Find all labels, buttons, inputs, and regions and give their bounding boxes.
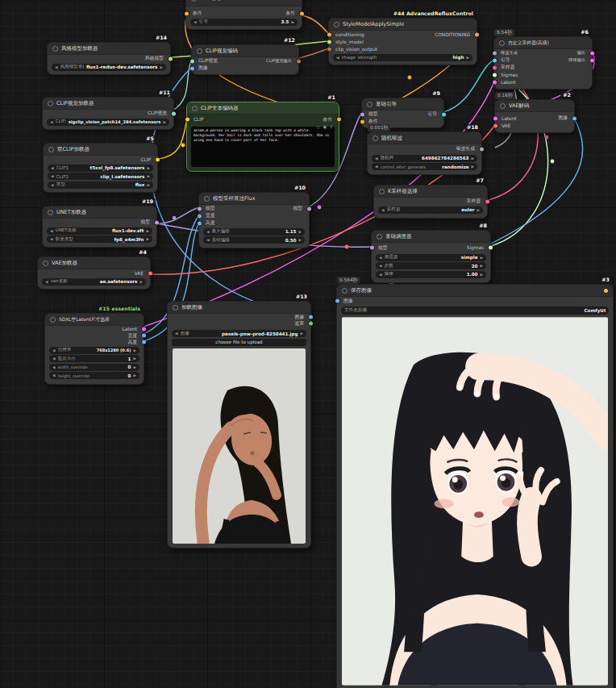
prev-arrow[interactable]: ◀	[379, 256, 382, 260]
node-clip-text-encoder[interactable]: #1 CLIP文本编码器 CLIP 条件 ◻ ▣ ⇕ anime,A perso…	[186, 102, 339, 172]
output-port-noise[interactable]	[480, 147, 484, 151]
decrement-arrow[interactable]: ◀	[379, 273, 382, 277]
collapse-icon[interactable]	[191, 0, 197, 2]
output-port-latent[interactable]	[590, 51, 594, 55]
node-header[interactable]: 基础引导	[362, 98, 443, 110]
node-clip-vision-loader[interactable]: #11 CLIP视觉加载器 CLIP视觉 ◀ CLIP名称 sigclip_vi…	[42, 97, 174, 130]
prev-arrow[interactable]: ◀	[336, 56, 339, 60]
node-style-model-loader[interactable]: #14 风格模型加载器 风格模型 ◀ 风格模型名称 flux1-redux-de…	[47, 42, 171, 75]
output-port-mask[interactable]	[309, 322, 313, 326]
input-port-width[interactable]	[198, 214, 202, 218]
prev-arrow[interactable]: ◀	[55, 65, 58, 69]
node-header[interactable]: 模型采样算法Flux	[199, 193, 309, 205]
next-arrow[interactable]: ▶	[477, 208, 480, 212]
next-arrow[interactable]: ▶	[146, 237, 149, 241]
prev-arrow[interactable]: ◀	[52, 365, 56, 369]
prompt-textarea[interactable]: anime,A person is wearing a black tank t…	[191, 127, 335, 167]
collapse-icon[interactable]	[342, 288, 348, 294]
collapse-icon[interactable]	[50, 317, 56, 323]
node-basic-scheduler[interactable]: #8 基础调度器 模型 Sigmas ◀ 调度器 simple ▶ ◀ 步数 2…	[371, 230, 491, 283]
widget-vae-name[interactable]: ◀ vae名称 ae.safetensors ▶	[42, 278, 146, 286]
increment-arrow[interactable]: ▶	[480, 273, 483, 277]
node-vae-decode[interactable]: 0.16秒 #2 VAE解码 Latent 图像 VAE	[494, 99, 575, 133]
node-header[interactable]: CLIP文本编码器	[187, 102, 339, 115]
widget-batch-size[interactable]: ◀ 批次大小 1 ▶	[49, 355, 139, 362]
collapse-icon[interactable]	[48, 147, 54, 152]
node-flux-guidance[interactable]: Flux引导 条件 条件 ◀ 引导 3.5 ▶	[185, 0, 302, 30]
next-arrow[interactable]: ▶	[471, 156, 474, 161]
node-header[interactable]: 风格模型加载器	[48, 43, 170, 55]
input-port-model[interactable]	[370, 246, 374, 250]
widget-resolution[interactable]: ◀ 分辨率 768x1280 (0.6) ▶	[49, 347, 139, 354]
next-arrow[interactable]: ▶	[147, 166, 150, 170]
node-header[interactable]: CLIP视觉加载器	[43, 98, 173, 110]
collapse-icon[interactable]	[367, 102, 373, 107]
output-port-model[interactable]	[155, 220, 159, 224]
output-port-guider[interactable]	[442, 112, 446, 116]
input-port-guider[interactable]	[493, 58, 497, 62]
input-port-vae[interactable]	[493, 123, 497, 127]
input-port-sampler[interactable]	[493, 65, 497, 69]
collapse-icon[interactable]	[197, 48, 202, 54]
prev-arrow[interactable]: ◀	[50, 229, 53, 233]
collapse-icon[interactable]	[379, 189, 385, 194]
node-load-image[interactable]: #13 加载图像 图像 遮罩 ◀ 图像 pexels-pnw-prod-8250…	[167, 301, 311, 548]
output-port-clip[interactable]	[156, 157, 160, 161]
prev-arrow[interactable]: ◀	[50, 237, 53, 241]
output-port-clip-vision[interactable]	[172, 111, 176, 115]
node-header[interactable]: 随机噪波	[368, 132, 481, 144]
next-arrow[interactable]: ▶	[133, 348, 136, 352]
input-port-model[interactable]	[198, 206, 202, 211]
output-port-height[interactable]	[142, 340, 146, 344]
input-port-image[interactable]	[335, 299, 339, 303]
decrement-arrow[interactable]: ◀	[379, 264, 382, 268]
output-port-image[interactable]	[572, 116, 576, 120]
node-header[interactable]: VAE解码	[495, 100, 574, 112]
node-style-model-apply-simple[interactable]: #44 AdvancedRefluxControl StyleModelAppl…	[328, 18, 477, 65]
widget-unet-name[interactable]: ◀ UNET名称 flux1-dev.sft ▶	[47, 227, 152, 235]
widget-height-override[interactable]: ◀ height_override 0 ▶	[49, 372, 139, 379]
output-port-clip-vision-output[interactable]	[297, 59, 301, 63]
node-header[interactable]: Flux引导	[186, 0, 302, 6]
node-save-image[interactable]: 0.564秒 #3 保存图像 图像 文件名前缀 ComfyUI	[336, 284, 614, 688]
widget-control-after-generate[interactable]: ◀ control_after_generate randomize ▶	[372, 163, 477, 170]
prev-arrow[interactable]: ◀	[175, 331, 178, 336]
increment-arrow[interactable]: ▶	[298, 238, 302, 242]
input-port-latent[interactable]	[493, 116, 497, 120]
widget-clip2[interactable]: ◀ CLIP2 clip_l.safetensors ▶	[48, 173, 153, 180]
node-model-sampling-flux[interactable]: #10 模型采样算法Flux 模型 模型 宽度 高度 ◀ 最大偏移 1.15 ▶…	[198, 192, 310, 248]
node-header[interactable]: SDXL空Latent尺寸选择	[45, 314, 144, 326]
output-port-model[interactable]	[307, 206, 311, 211]
input-port-height[interactable]	[198, 221, 202, 225]
collapse-icon[interactable]	[204, 196, 210, 202]
collapse-icon[interactable]	[373, 136, 378, 141]
next-arrow[interactable]: ▶	[471, 165, 474, 169]
input-port-sigmas[interactable]	[493, 73, 497, 77]
next-arrow[interactable]: ▶	[163, 120, 166, 124]
prompt-tool-icons[interactable]: ◻ ▣ ⇕	[317, 124, 334, 129]
input-port-noise[interactable]	[493, 51, 497, 55]
node-header[interactable]: 自定义采样器(高级)	[494, 37, 592, 49]
widget-clip1[interactable]: ◀ CLIP1 t5xxl_fp8.safetensors ▶	[48, 165, 153, 172]
output-port-conditioning[interactable]	[300, 11, 304, 15]
prev-arrow[interactable]: ◀	[51, 166, 54, 170]
node-dual-clip-loader[interactable]: #5 双CLIP加载器 CLIP ◀ CLIP1 t5xxl_fp8.safet…	[43, 143, 158, 193]
widget-scheduler[interactable]: ◀ 调度器 simple ▶	[376, 254, 486, 261]
collapse-icon[interactable]	[48, 101, 53, 106]
next-arrow[interactable]: ▶	[160, 65, 163, 69]
output-port-denoised-latent[interactable]	[590, 58, 594, 62]
prev-arrow[interactable]: ◀	[52, 348, 56, 352]
output-port-latent[interactable]	[142, 327, 146, 331]
next-arrow[interactable]: ▶	[133, 373, 136, 377]
prev-arrow[interactable]: ◀	[45, 280, 48, 284]
upload-button[interactable]: choose file to upload	[172, 339, 306, 346]
widget-filename-prefix[interactable]: 文件名前缀 ComfyUI	[341, 306, 609, 315]
prev-arrow[interactable]: ◀	[52, 373, 56, 377]
decrement-arrow[interactable]: ◀	[206, 230, 210, 234]
next-arrow[interactable]: ▶	[300, 331, 303, 336]
collapse-icon[interactable]	[173, 305, 178, 311]
node-clip-vision-encode[interactable]: #12 CLIP视觉编码 CLIP视觉 CLIP视觉输出 图像	[191, 44, 299, 75]
prev-arrow[interactable]: ◀	[50, 120, 53, 124]
collapse-icon[interactable]	[499, 40, 505, 46]
node-header[interactable]: 双CLIP加载器	[44, 144, 157, 156]
